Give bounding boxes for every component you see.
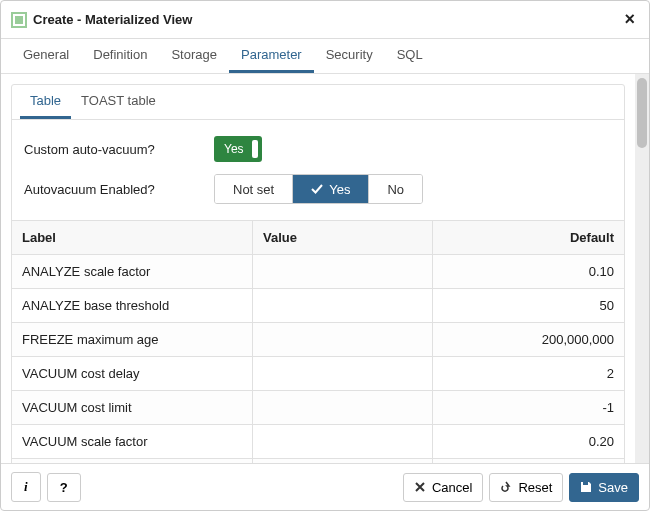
save-label: Save xyxy=(598,480,628,495)
grid-header: Label Value Default xyxy=(12,220,624,254)
footer: i ? Cancel Reset Save xyxy=(1,463,649,510)
recycle-icon xyxy=(500,481,512,493)
titlebar: Create - Materialized View × xyxy=(1,1,649,39)
cancel-button[interactable]: Cancel xyxy=(403,473,483,502)
save-icon xyxy=(580,481,592,493)
svg-rect-1 xyxy=(15,16,23,24)
tab-security[interactable]: Security xyxy=(314,39,385,73)
sub-tab-toast[interactable]: TOAST table xyxy=(71,85,166,119)
help-icon: ? xyxy=(60,480,68,495)
info-icon: i xyxy=(24,479,28,495)
reset-label: Reset xyxy=(518,480,552,495)
col-value: Value xyxy=(252,221,432,254)
seg-yes[interactable]: Yes xyxy=(292,175,368,203)
check-icon xyxy=(311,183,323,195)
close-icon[interactable]: × xyxy=(620,9,639,30)
toggle-knob-icon xyxy=(252,140,258,158)
table-row[interactable]: ANALYZE scale factor0.10 xyxy=(12,254,624,288)
dialog-title: Create - Materialized View xyxy=(33,12,620,27)
toggle-value: Yes xyxy=(224,142,244,156)
seg-not-set[interactable]: Not set xyxy=(215,175,292,203)
content-area: Table TOAST table Custom auto-vacuum? Ye… xyxy=(1,74,635,463)
col-default: Default xyxy=(432,221,624,254)
tab-storage[interactable]: Storage xyxy=(159,39,229,73)
dialog: Create - Materialized View × General Def… xyxy=(0,0,650,511)
info-button[interactable]: i xyxy=(11,472,41,502)
reset-button[interactable]: Reset xyxy=(489,473,563,502)
grid-body: ANALYZE scale factor0.10 ANALYZE base th… xyxy=(12,254,624,463)
help-button[interactable]: ? xyxy=(47,473,81,502)
tab-sql[interactable]: SQL xyxy=(385,39,435,73)
app-logo-icon xyxy=(11,12,27,28)
seg-yes-label: Yes xyxy=(329,182,350,197)
custom-auto-vacuum-toggle[interactable]: Yes xyxy=(214,136,262,162)
scrollbar-thumb[interactable] xyxy=(637,78,647,148)
main-tabs: General Definition Storage Parameter Sec… xyxy=(1,39,649,74)
autovacuum-enabled-group: Not set Yes No xyxy=(214,174,423,204)
table-row[interactable]: VACUUM cost limit-1 xyxy=(12,390,624,424)
autovacuum-enabled-label: Autovacuum Enabled? xyxy=(24,182,214,197)
sub-tabs: Table TOAST table xyxy=(12,85,624,120)
table-row[interactable]: VACUUM scale factor0.20 xyxy=(12,424,624,458)
close-icon xyxy=(414,481,426,493)
tab-definition[interactable]: Definition xyxy=(81,39,159,73)
table-row[interactable]: FREEZE maximum age200,000,000 xyxy=(12,322,624,356)
scrollbar[interactable] xyxy=(635,74,649,463)
custom-auto-vacuum-label: Custom auto-vacuum? xyxy=(24,142,214,157)
table-row[interactable]: VACUUM cost delay2 xyxy=(12,356,624,390)
save-button[interactable]: Save xyxy=(569,473,639,502)
seg-no[interactable]: No xyxy=(368,175,422,203)
table-row[interactable]: ANALYZE base threshold50 xyxy=(12,288,624,322)
tab-parameter[interactable]: Parameter xyxy=(229,39,314,73)
col-label: Label xyxy=(12,221,252,254)
sub-tab-table[interactable]: Table xyxy=(20,85,71,119)
cancel-label: Cancel xyxy=(432,480,472,495)
tab-general[interactable]: General xyxy=(11,39,81,73)
